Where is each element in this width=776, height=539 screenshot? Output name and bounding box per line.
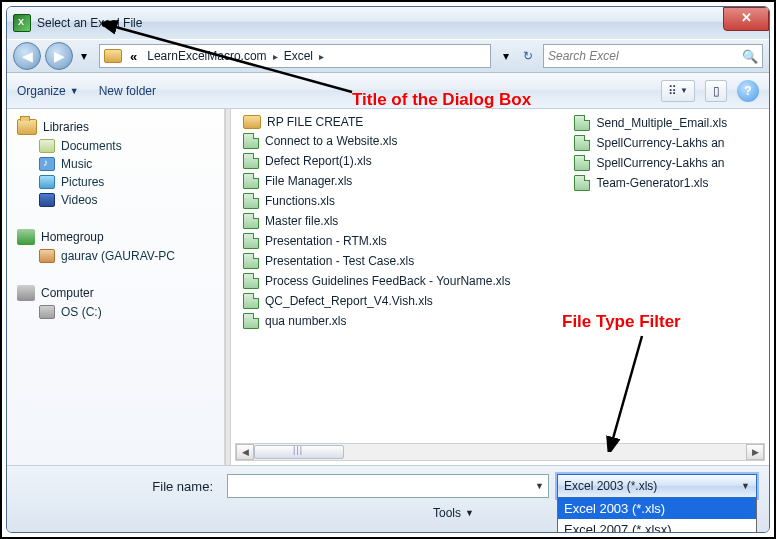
file-item[interactable]: SpellCurrency-Lakhs an <box>574 155 727 171</box>
file-item[interactable]: QC_Defect_Report_V4.Vish.xls <box>243 293 510 309</box>
file-item[interactable]: Defect Report(1).xls <box>243 153 510 169</box>
preview-icon: ▯ <box>713 84 720 98</box>
horizontal-scrollbar[interactable]: ◀ ▶ <box>235 443 765 461</box>
crumb-item-2[interactable]: Excel <box>282 49 315 63</box>
new-folder-button[interactable]: New folder <box>99 84 156 98</box>
sidebar-item-user[interactable]: gaurav (GAURAV-PC <box>17 247 224 265</box>
file-item[interactable]: Team-Generator1.xls <box>574 175 727 191</box>
window-title: Select an Excel File <box>37 16 142 30</box>
scroll-thumb[interactable] <box>254 445 344 459</box>
sidebar-item-label: Pictures <box>61 175 104 189</box>
close-button[interactable]: ✕ <box>723 7 769 31</box>
filetype-option[interactable]: Excel 2003 (*.xls) <box>558 498 756 519</box>
crumb-overflow-icon[interactable]: « <box>124 49 143 64</box>
folder-icon <box>104 49 122 63</box>
sidebar-item-videos[interactable]: Videos <box>17 191 224 209</box>
xls-file-icon <box>243 233 259 249</box>
forward-icon: ▶ <box>54 48 65 64</box>
file-item[interactable]: Presentation - Test Case.xls <box>243 253 510 269</box>
tools-menu[interactable]: Tools ▼ <box>433 506 474 520</box>
file-name: Presentation - RTM.xls <box>265 234 387 248</box>
xls-file-icon <box>574 175 590 191</box>
view-mode-button[interactable]: ⠿▼ <box>661 80 695 102</box>
file-item[interactable]: Presentation - RTM.xls <box>243 233 510 249</box>
xls-file-icon <box>574 135 590 151</box>
search-placeholder: Search Excel <box>548 49 619 63</box>
sidebar-heading-libraries[interactable]: Libraries <box>17 117 224 137</box>
file-item[interactable]: File Manager.xls <box>243 173 510 189</box>
file-name: Process Guidelines FeedBack - YourName.x… <box>265 274 510 288</box>
refresh-button[interactable]: ↻ <box>517 45 539 67</box>
dialog-body: Libraries Documents Music Pictures Video… <box>7 109 769 465</box>
xls-file-icon <box>243 193 259 209</box>
file-name: SpellCurrency-Lakhs an <box>596 156 724 170</box>
sidebar-heading-label: Homegroup <box>41 230 104 244</box>
help-icon: ? <box>744 84 751 98</box>
xls-file-icon <box>243 293 259 309</box>
preview-pane-button[interactable]: ▯ <box>705 80 727 102</box>
file-item[interactable]: RP FILE CREATE <box>243 115 510 129</box>
back-button[interactable]: ◀ <box>13 42 41 70</box>
file-item[interactable]: qua number.xls <box>243 313 510 329</box>
file-name: Presentation - Test Case.xls <box>265 254 414 268</box>
file-item[interactable]: Master file.xls <box>243 213 510 229</box>
search-icon: 🔍 <box>742 49 758 64</box>
bottom-panel: File name: ▼ Excel 2003 (*.xls) ▼ Excel … <box>7 465 769 532</box>
filetype-filter[interactable]: Excel 2003 (*.xls) ▼ <box>557 474 757 498</box>
crumb-sep-icon: ▸ <box>317 51 326 62</box>
back-icon: ◀ <box>22 48 33 64</box>
forward-button[interactable]: ▶ <box>45 42 73 70</box>
documents-icon <box>39 139 55 153</box>
annotation-title: Title of the Dialog Box <box>352 90 531 110</box>
search-input[interactable]: Search Excel 🔍 <box>543 44 763 68</box>
drive-icon <box>39 305 55 319</box>
xls-file-icon <box>243 313 259 329</box>
file-name: RP FILE CREATE <box>267 115 363 129</box>
file-name: Team-Generator1.xls <box>596 176 708 190</box>
file-item[interactable]: Send_Multiple_Email.xls <box>574 115 727 131</box>
xls-file-icon <box>243 273 259 289</box>
chevron-down-icon: ▾ <box>503 49 509 63</box>
history-dropdown[interactable]: ▾ <box>77 46 91 66</box>
refresh-icon: ↻ <box>523 49 533 63</box>
help-button[interactable]: ? <box>737 80 759 102</box>
file-list: RP FILE CREATEConnect to a Website.xlsDe… <box>231 109 769 465</box>
file-item[interactable]: Process Guidelines FeedBack - YourName.x… <box>243 273 510 289</box>
sidebar-item-music[interactable]: Music <box>17 155 224 173</box>
sidebar-heading-computer[interactable]: Computer <box>17 283 224 303</box>
sidebar-item-label: Documents <box>61 139 122 153</box>
scroll-left-button[interactable]: ◀ <box>236 444 254 460</box>
pictures-icon <box>39 175 55 189</box>
videos-icon <box>39 193 55 207</box>
file-name: File Manager.xls <box>265 174 352 188</box>
crumb-item-1[interactable]: LearnExcelMacro.com <box>145 49 268 63</box>
chevron-down-icon: ▼ <box>465 508 474 518</box>
folder-icon <box>243 115 261 129</box>
file-item[interactable]: Functions.xls <box>243 193 510 209</box>
homegroup-icon <box>17 229 35 245</box>
breadcrumb[interactable]: « LearnExcelMacro.com ▸ Excel ▸ <box>99 44 491 68</box>
file-item[interactable]: SpellCurrency-Lakhs an <box>574 135 727 151</box>
chevron-down-icon: ▾ <box>81 49 87 63</box>
sidebar-item-label: Videos <box>61 193 97 207</box>
sidebar-item-documents[interactable]: Documents <box>17 137 224 155</box>
file-name: Send_Multiple_Email.xls <box>596 116 727 130</box>
sidebar-item-label: gaurav (GAURAV-PC <box>61 249 175 263</box>
address-dropdown[interactable]: ▾ <box>499 46 513 66</box>
scroll-right-button[interactable]: ▶ <box>746 444 764 460</box>
sidebar-item-drive[interactable]: OS (C:) <box>17 303 224 321</box>
dialog-window: Select an Excel File ✕ ◀ ▶ ▾ « LearnExce… <box>6 6 770 533</box>
view-icon: ⠿ <box>668 84 677 98</box>
file-item[interactable]: Connect to a Website.xls <box>243 133 510 149</box>
sidebar-heading-homegroup[interactable]: Homegroup <box>17 227 224 247</box>
file-name: SpellCurrency-Lakhs an <box>596 136 724 150</box>
sidebar-item-pictures[interactable]: Pictures <box>17 173 224 191</box>
xls-file-icon <box>243 173 259 189</box>
tools-label: Tools <box>433 506 461 520</box>
sidebar: Libraries Documents Music Pictures Video… <box>7 109 225 465</box>
sidebar-heading-label: Libraries <box>43 120 89 134</box>
filetype-option[interactable]: Excel 2007 (*.xlsx) <box>558 519 756 533</box>
sidebar-item-label: Music <box>61 157 92 171</box>
organize-menu[interactable]: Organize ▼ <box>17 84 79 98</box>
filename-input[interactable]: ▼ <box>227 474 549 498</box>
